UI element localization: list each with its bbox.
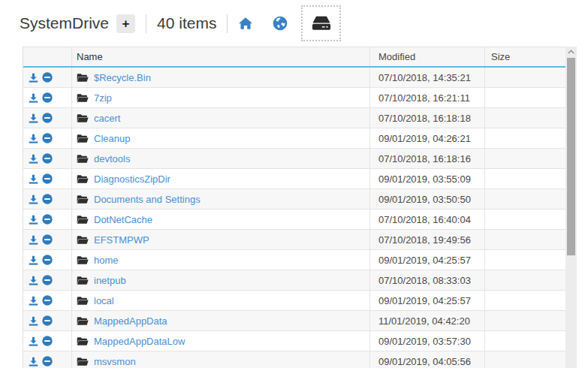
folder-link[interactable]: Documents and Settings <box>94 194 201 205</box>
row-size-cell <box>485 270 565 290</box>
row-actions <box>23 270 72 290</box>
row-modified-cell: 07/10/2018, 08:33:03 <box>370 270 485 290</box>
page-title: SystemDrive <box>20 14 109 32</box>
row-size-cell <box>485 169 565 189</box>
block-icon[interactable] <box>42 72 53 83</box>
download-icon[interactable] <box>29 154 38 164</box>
download-icon[interactable] <box>29 357 38 366</box>
block-icon[interactable] <box>42 275 53 285</box>
download-icon[interactable] <box>29 113 38 123</box>
table-row: devtools 07/10/2018, 16:18:16 <box>23 149 565 169</box>
block-icon[interactable] <box>42 153 53 164</box>
block-icon[interactable] <box>42 315 53 326</box>
row-actions <box>23 311 72 330</box>
download-icon[interactable] <box>29 336 38 346</box>
download-icon[interactable] <box>29 296 38 306</box>
download-icon[interactable] <box>29 316 38 326</box>
table-row: MappedAppDataLow 09/01/2019, 03:57:30 <box>23 331 565 351</box>
folder-icon <box>77 336 89 346</box>
folder-link[interactable]: Cleanup <box>94 133 130 144</box>
row-name-cell: DotNetCache <box>72 210 370 229</box>
row-actions <box>23 88 72 107</box>
folder-link[interactable]: EFSTMPWP <box>94 234 149 246</box>
row-name-cell: inetpub <box>72 270 370 290</box>
table-row: cacert 07/10/2018, 16:18:18 <box>23 108 565 128</box>
folder-icon <box>77 174 89 184</box>
download-icon[interactable] <box>29 93 38 103</box>
globe-icon <box>273 16 288 31</box>
row-modified-cell: 09/01/2019, 03:55:09 <box>370 169 485 189</box>
download-icon[interactable] <box>29 134 38 143</box>
row-actions <box>23 230 72 249</box>
row-modified-cell: 09/01/2019, 04:26:21 <box>370 128 485 148</box>
row-name-cell: $Recycle.Bin <box>72 68 370 87</box>
row-name-cell: home <box>72 250 370 270</box>
folder-icon <box>77 357 89 366</box>
folder-icon <box>77 276 89 285</box>
folder-link[interactable]: devtools <box>94 153 130 164</box>
row-size-cell <box>485 149 565 168</box>
row-name-cell: Documents and Settings <box>72 189 370 209</box>
row-modified-cell: 11/01/2019, 04:42:20 <box>370 311 485 330</box>
block-icon[interactable] <box>42 234 53 245</box>
scrollbar-thumb[interactable] <box>567 58 575 255</box>
block-icon[interactable] <box>42 356 53 366</box>
add-button[interactable]: + <box>116 14 135 33</box>
row-name-cell: MappedAppDataLow <box>72 331 370 351</box>
block-icon[interactable] <box>42 92 53 103</box>
folder-link[interactable]: home <box>94 255 119 266</box>
block-icon[interactable] <box>42 173 53 184</box>
scroll-up-button[interactable] <box>565 47 577 57</box>
block-icon[interactable] <box>42 113 53 123</box>
block-icon[interactable] <box>42 194 53 204</box>
folder-icon <box>77 113 89 123</box>
drive-button[interactable] <box>301 5 341 41</box>
folder-link[interactable]: 7zip <box>94 92 112 104</box>
vertical-scrollbar[interactable] <box>565 47 577 368</box>
folder-link[interactable]: inetpub <box>94 275 126 286</box>
folder-link[interactable]: $Recycle.Bin <box>94 72 151 83</box>
row-name-cell: MappedAppData <box>72 311 370 330</box>
folder-link[interactable]: msvsmon <box>94 356 136 367</box>
row-modified-cell: 09/01/2019, 04:25:57 <box>370 291 485 310</box>
download-icon[interactable] <box>29 255 38 265</box>
globe-button[interactable] <box>273 16 288 31</box>
row-size-cell <box>485 128 565 148</box>
file-table: Name Modified Size <box>23 47 565 368</box>
folder-link[interactable]: DotNetCache <box>94 214 152 225</box>
download-icon[interactable] <box>29 195 38 204</box>
folder-icon <box>77 215 89 225</box>
row-actions <box>23 128 72 148</box>
block-icon[interactable] <box>42 295 53 306</box>
toolbar: SystemDrive + 40 items <box>0 0 588 47</box>
home-icon <box>238 17 253 30</box>
row-size-cell <box>485 230 565 249</box>
block-icon[interactable] <box>42 214 53 225</box>
block-icon[interactable] <box>42 133 53 143</box>
row-modified-cell: 07/10/2018, 16:21:11 <box>370 88 485 107</box>
folder-link[interactable]: cacert <box>94 113 120 124</box>
folder-link[interactable]: MappedAppData <box>94 315 167 327</box>
folder-link[interactable]: MappedAppDataLow <box>94 336 185 347</box>
block-icon[interactable] <box>42 255 53 265</box>
column-header-size[interactable]: Size <box>485 47 565 66</box>
download-icon[interactable] <box>29 276 38 285</box>
row-modified-cell: 09/01/2019, 04:25:57 <box>370 250 485 270</box>
home-button[interactable] <box>238 17 253 30</box>
folder-link[interactable]: local <box>94 295 114 306</box>
block-icon[interactable] <box>42 336 53 346</box>
row-actions <box>23 149 72 168</box>
toolbar-divider <box>146 14 146 33</box>
download-icon[interactable] <box>29 73 38 83</box>
row-modified-cell: 09/01/2019, 03:57:30 <box>370 331 485 351</box>
row-actions <box>23 351 72 368</box>
folder-icon <box>77 255 89 265</box>
column-header-modified[interactable]: Modified <box>370 47 485 66</box>
row-actions <box>23 210 72 229</box>
download-icon[interactable] <box>29 174 38 184</box>
download-icon[interactable] <box>29 235 38 245</box>
download-icon[interactable] <box>29 215 38 225</box>
column-header-name[interactable]: Name <box>72 47 370 66</box>
folder-link[interactable]: DiagnosticsZipDir <box>94 173 170 185</box>
row-name-cell: EFSTMPWP <box>72 230 370 249</box>
